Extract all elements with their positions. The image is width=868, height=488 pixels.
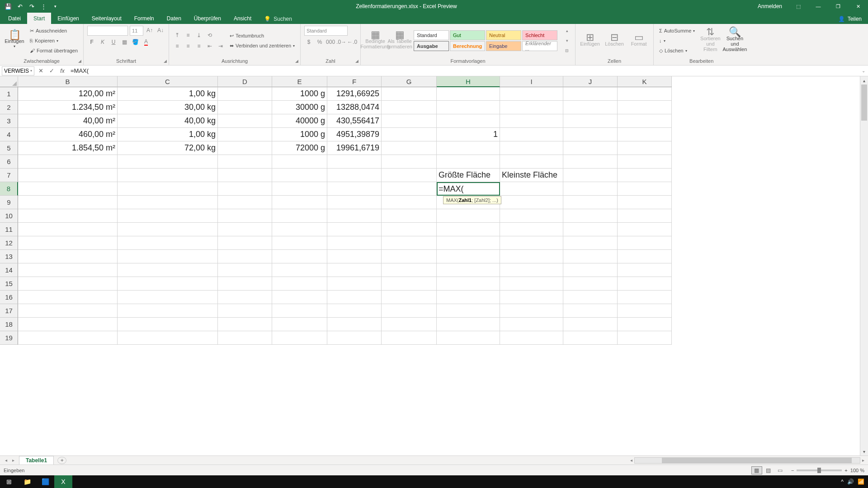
cell-D14[interactable]: [218, 263, 272, 277]
cell-H5[interactable]: [437, 141, 500, 155]
cell-D4[interactable]: [218, 128, 272, 141]
cell-G3[interactable]: [382, 114, 437, 128]
merge-center-button[interactable]: ⬌Verbinden und zentrieren▾: [228, 41, 297, 50]
cell-J5[interactable]: [563, 141, 618, 155]
cell-C1[interactable]: 1,00 kg: [118, 87, 218, 101]
decrease-decimal-button[interactable]: ←.0: [348, 38, 357, 47]
cell-H12[interactable]: [437, 236, 500, 250]
column-header-J[interactable]: J: [563, 76, 618, 87]
customize-qat-button[interactable]: ▾: [50, 1, 61, 11]
cell-I17[interactable]: [500, 304, 563, 318]
cell-H17[interactable]: [437, 304, 500, 318]
close-button[interactable]: ✕: [849, 0, 867, 13]
insert-cells-button[interactable]: ⊞Einfügen: [579, 26, 601, 56]
cell-J12[interactable]: [563, 236, 618, 250]
vertical-scrollbar[interactable]: ▴ ▾: [860, 76, 868, 455]
row-header-1[interactable]: 1: [0, 87, 18, 101]
ribbon-display-button[interactable]: ⬚: [789, 0, 807, 13]
style-schlecht[interactable]: Schlecht: [522, 30, 557, 40]
cell-G18[interactable]: [382, 318, 437, 331]
row-header-10[interactable]: 10: [0, 209, 18, 223]
align-left-button[interactable]: ≡: [173, 42, 182, 51]
cell-K10[interactable]: [618, 209, 672, 223]
cell-E17[interactable]: [272, 304, 327, 318]
cell-D17[interactable]: [218, 304, 272, 318]
cell-C13[interactable]: [118, 250, 218, 263]
zoom-out-button[interactable]: −: [791, 468, 794, 473]
cell-H18[interactable]: [437, 318, 500, 331]
cell-C17[interactable]: [118, 304, 218, 318]
cell-K17[interactable]: [618, 304, 672, 318]
increase-indent-button[interactable]: ⇥: [216, 42, 225, 51]
cell-E3[interactable]: 40000 g: [272, 114, 327, 128]
cell-G17[interactable]: [382, 304, 437, 318]
cell-D16[interactable]: [218, 291, 272, 304]
cell-B16[interactable]: [18, 291, 118, 304]
cell-K3[interactable]: [618, 114, 672, 128]
cell-C9[interactable]: [118, 196, 218, 209]
cell-grid[interactable]: BCDEFGHIJK1120,00 m²1,00 kg1000 g1291,66…: [0, 76, 860, 455]
style-berechnung[interactable]: Berechnung: [450, 41, 485, 51]
tab-review[interactable]: Überprüfen: [188, 13, 227, 24]
volume-icon[interactable]: 🔊: [847, 479, 854, 485]
cell-I16[interactable]: [500, 291, 563, 304]
cell-D18[interactable]: [218, 318, 272, 331]
cell-J6[interactable]: [563, 155, 618, 169]
cell-E4[interactable]: 1000 g: [272, 128, 327, 141]
style-erklaerend[interactable]: Erklärender ...: [522, 41, 557, 51]
column-header-H[interactable]: H: [437, 76, 500, 87]
font-name-combo[interactable]: [87, 26, 128, 36]
row-header-2[interactable]: 2: [0, 101, 18, 114]
insert-function-button[interactable]: fx: [57, 66, 68, 75]
cell-F9[interactable]: [327, 196, 382, 209]
cell-F8[interactable]: [327, 182, 382, 196]
styles-more-button[interactable]: ⊟: [562, 46, 571, 55]
cell-H6[interactable]: [437, 155, 500, 169]
cell-G16[interactable]: [382, 291, 437, 304]
cell-E7[interactable]: [272, 169, 327, 182]
cell-G7[interactable]: [382, 169, 437, 182]
format-cells-button[interactable]: ▭Format: [628, 26, 650, 56]
cell-G15[interactable]: [382, 277, 437, 291]
row-header-7[interactable]: 7: [0, 169, 18, 182]
cell-E2[interactable]: 30000 g: [272, 101, 327, 114]
cell-K8[interactable]: [618, 182, 672, 196]
cell-I8[interactable]: [500, 182, 563, 196]
zoom-in-button[interactable]: +: [844, 468, 847, 473]
cell-I15[interactable]: [500, 277, 563, 291]
column-header-K[interactable]: K: [618, 76, 672, 87]
cell-I2[interactable]: [500, 101, 563, 114]
cell-K4[interactable]: [618, 128, 672, 141]
wrap-text-button[interactable]: ↩Textumbruch: [228, 31, 297, 40]
cell-F15[interactable]: [327, 277, 382, 291]
cell-F6[interactable]: [327, 155, 382, 169]
increase-decimal-button[interactable]: .0→: [337, 38, 346, 47]
cell-H19[interactable]: [437, 331, 500, 345]
page-break-view-button[interactable]: ▭: [775, 466, 786, 474]
tab-start[interactable]: Start: [27, 13, 51, 24]
cell-F12[interactable]: [327, 236, 382, 250]
font-size-combo[interactable]: 11: [130, 26, 143, 36]
cell-H16[interactable]: [437, 291, 500, 304]
cell-C7[interactable]: [118, 169, 218, 182]
tab-insert[interactable]: Einfügen: [51, 13, 85, 24]
dialog-launcher-icon[interactable]: ◢: [295, 57, 298, 65]
excel-taskbar-button[interactable]: X: [54, 475, 72, 488]
autosum-button[interactable]: ΣAutoSumme▾: [657, 26, 697, 35]
select-all-corner[interactable]: [0, 76, 18, 87]
cell-I12[interactable]: [500, 236, 563, 250]
cell-F5[interactable]: 19961,6719: [327, 141, 382, 155]
cell-D1[interactable]: [218, 87, 272, 101]
column-header-E[interactable]: E: [272, 76, 327, 87]
cell-H8[interactable]: =MAX(: [437, 182, 500, 196]
cell-H10[interactable]: [437, 209, 500, 223]
cell-H11[interactable]: [437, 223, 500, 236]
fill-color-button[interactable]: 🪣: [131, 38, 140, 47]
cell-D13[interactable]: [218, 250, 272, 263]
cell-E5[interactable]: 72000 g: [272, 141, 327, 155]
formula-input[interactable]: =MAX(: [68, 67, 859, 74]
cell-C3[interactable]: 40,00 kg: [118, 114, 218, 128]
cell-K19[interactable]: [618, 331, 672, 345]
tab-view[interactable]: Ansicht: [227, 13, 258, 24]
cell-K12[interactable]: [618, 236, 672, 250]
